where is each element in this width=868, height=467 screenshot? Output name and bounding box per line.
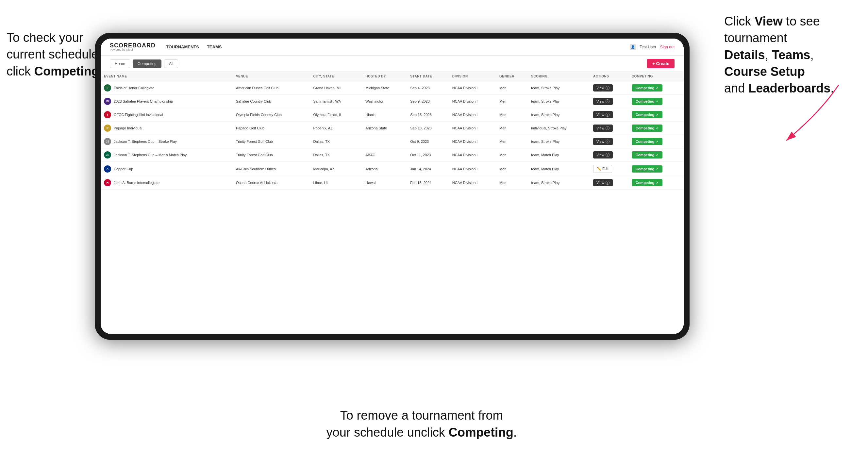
competing-button[interactable]: Competing ✓ <box>632 125 662 132</box>
team-logo: F <box>104 84 111 92</box>
cell-actions: View i <box>590 108 628 122</box>
table-header-row: EVENT NAME VENUE CITY, STATE HOSTED BY S… <box>101 72 684 81</box>
col-start-date: START DATE <box>407 72 449 81</box>
brand-sub: Powered by clippi <box>110 49 156 51</box>
checkmark-icon: ✓ <box>656 100 658 103</box>
table-row: P Papago Individual Papago Golf ClubPhoe… <box>101 122 684 135</box>
tournaments-table: EVENT NAME VENUE CITY, STATE HOSTED BY S… <box>101 72 684 190</box>
cell-gender: Men <box>496 162 528 176</box>
cell-venue: Ak-Chin Southern Dunes <box>233 162 310 176</box>
navbar: SCOREBOARD Powered by clippi TOURNAMENTS… <box>101 38 684 56</box>
cell-start-date: Jan 14, 2024 <box>407 162 449 176</box>
cell-competing: Competing ✓ <box>628 176 684 190</box>
cell-city: Dallas, TX <box>310 148 363 162</box>
cell-city: Sammamish, WA <box>310 95 363 108</box>
cell-city: Dallas, TX <box>310 135 363 148</box>
checkmark-icon: ✓ <box>656 181 658 185</box>
checkmark-icon: ✓ <box>656 126 658 130</box>
cell-actions: View i <box>590 148 628 162</box>
cell-competing: Competing ✓ <box>628 122 684 135</box>
info-icon: i <box>606 153 610 157</box>
cell-division: NCAA Division I <box>449 108 496 122</box>
brand-name: SCOREBOARD <box>110 42 156 49</box>
cell-gender: Men <box>496 176 528 190</box>
cell-start-date: Sep 18, 2023 <box>407 122 449 135</box>
view-button[interactable]: View i <box>593 84 613 92</box>
cell-scoring: team, Stroke Play <box>528 95 590 108</box>
cell-city: Grand Haven, MI <box>310 81 363 95</box>
home-filter-btn[interactable]: Home <box>110 60 130 68</box>
cell-hosted-by: Washington <box>362 95 407 108</box>
nav-right: 👤 Test User Sign out <box>630 44 675 50</box>
signout-link[interactable]: Sign out <box>660 45 675 49</box>
cell-hosted-by: Hawaii <box>362 176 407 190</box>
annotation-details-bold: Details <box>724 48 765 62</box>
view-button[interactable]: View i <box>593 138 613 145</box>
cell-start-date: Oct 9, 2023 <box>407 135 449 148</box>
annotation-view-bold: View <box>754 14 783 28</box>
cell-event-name: P Papago Individual <box>101 122 233 135</box>
cell-scoring: team, Stroke Play <box>528 135 590 148</box>
annotation-leaderboards-bold: Leaderboards <box>748 82 830 95</box>
table-row: F Folds of Honor Collegiate American Dun… <box>101 81 684 95</box>
view-button[interactable]: View i <box>593 151 613 158</box>
event-name-text: Jackson T. Stephens Cup – Men's Match Pl… <box>114 153 187 157</box>
all-filter-btn[interactable]: All <box>164 60 178 68</box>
cell-start-date: Feb 15, 2024 <box>407 176 449 190</box>
view-button[interactable]: View i <box>593 179 613 186</box>
nav-tournaments[interactable]: TOURNAMENTS <box>166 43 199 51</box>
info-icon: i <box>606 181 610 185</box>
cell-division: NCAA Division I <box>449 148 496 162</box>
table-row: H John A. Burns Intercollegiate Ocean Co… <box>101 176 684 190</box>
team-logo: H <box>104 179 111 186</box>
cell-venue: American Dunes Golf Club <box>233 81 310 95</box>
competing-button[interactable]: Competing ✓ <box>632 111 662 118</box>
col-division: DIVISION <box>449 72 496 81</box>
view-button[interactable]: View i <box>593 111 613 118</box>
competing-button[interactable]: Competing ✓ <box>632 165 662 173</box>
event-name-text: John A. Burns Intercollegiate <box>114 181 159 185</box>
event-name-text: Papago Individual <box>114 126 142 130</box>
brand: SCOREBOARD Powered by clippi <box>110 42 156 51</box>
cell-hosted-by <box>362 135 407 148</box>
team-logo: P <box>104 125 111 132</box>
team-logo: A <box>104 165 111 173</box>
table-row: JS Jackson T. Stephens Cup – Men's Match… <box>101 148 684 162</box>
cell-start-date: Oct 11, 2023 <box>407 148 449 162</box>
competing-button[interactable]: Competing ✓ <box>632 84 662 92</box>
edit-button[interactable]: ✏️ Edit <box>593 165 612 173</box>
cell-start-date: Sep 9, 2023 <box>407 95 449 108</box>
nav-teams[interactable]: TEAMS <box>207 43 222 51</box>
cell-actions: View i <box>590 135 628 148</box>
cell-city: Phoenix, AZ <box>310 122 363 135</box>
annotation-coursesetup-bold: Course Setup <box>724 65 805 79</box>
cell-scoring: team, Match Play <box>528 148 590 162</box>
view-button[interactable]: View i <box>593 125 613 132</box>
competing-button[interactable]: Competing ✓ <box>632 138 662 145</box>
view-button[interactable]: View i <box>593 98 613 105</box>
cell-city: Lihue, HI <box>310 176 363 190</box>
create-btn[interactable]: + Create <box>647 59 675 68</box>
competing-filter-btn[interactable]: Competing <box>133 60 161 68</box>
checkmark-icon: ✓ <box>656 86 658 90</box>
competing-button[interactable]: Competing ✓ <box>632 151 662 158</box>
cell-actions: View i <box>590 81 628 95</box>
info-icon: i <box>606 99 610 103</box>
competing-button[interactable]: Competing ✓ <box>632 98 662 105</box>
cell-city: Olympia Fields, IL <box>310 108 363 122</box>
cell-event-name: JS Jackson T. Stephens Cup – Men's Match… <box>101 148 233 162</box>
tablet-screen: SCOREBOARD Powered by clippi TOURNAMENTS… <box>101 38 684 334</box>
annotation-bottom-competing-bold: Competing <box>448 426 513 439</box>
cell-division: NCAA Division I <box>449 81 496 95</box>
cell-gender: Men <box>496 108 528 122</box>
cell-gender: Men <box>496 95 528 108</box>
competing-button[interactable]: Competing ✓ <box>632 179 662 186</box>
event-name-text: Jackson T. Stephens Cup – Stroke Play <box>114 139 177 144</box>
cell-event-name: JS Jackson T. Stephens Cup – Stroke Play <box>101 135 233 148</box>
info-icon: i <box>606 139 610 144</box>
team-logo: I <box>104 111 111 118</box>
cell-event-name: F Folds of Honor Collegiate <box>101 81 233 95</box>
cell-venue: Trinity Forest Golf Club <box>233 135 310 148</box>
nav-links: TOURNAMENTS TEAMS <box>166 43 619 51</box>
cell-venue: Trinity Forest Golf Club <box>233 148 310 162</box>
